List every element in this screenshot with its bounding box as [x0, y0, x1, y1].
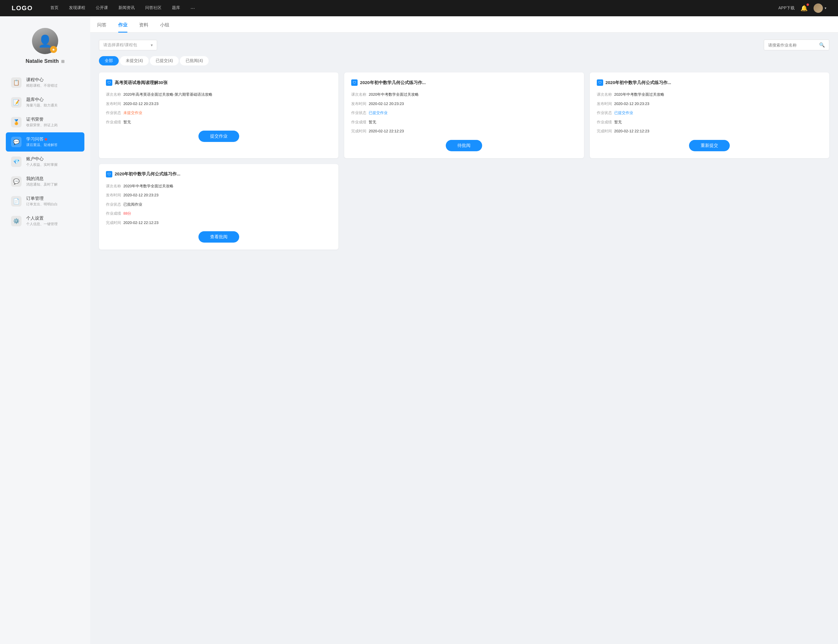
card-publish-time: 2020-02-12 20:23:23	[123, 101, 332, 107]
sidebar-label: 学习问答	[26, 136, 58, 142]
card-finish-time: 2020-02-12 22:12:23	[614, 128, 822, 134]
sidebar-item-course-center[interactable]: 📋 课程中心 精彩课程、不容错过	[6, 73, 84, 92]
card-label: 完成时间	[106, 220, 123, 226]
card-course-name-row: 课次名称 2020年高考英语全面过关攻略-第六期零基础语法攻略	[106, 92, 332, 97]
nav-open-course[interactable]: 公开课	[96, 5, 108, 12]
card-score-row: 作业成绩 暂无	[351, 119, 577, 125]
card-label: 课次名称	[106, 92, 123, 97]
card-label: 完成时间	[597, 128, 614, 134]
sidebar-label: 订单管理	[26, 196, 58, 201]
nav-more-icon[interactable]: ···	[191, 5, 195, 12]
sidebar-item-orders[interactable]: 📄 订单管理 订单支出、明明白白	[6, 192, 84, 211]
nav-home[interactable]: 首页	[50, 5, 59, 12]
notification-badge	[807, 3, 809, 6]
sidebar-sub: 精彩课程、不容错过	[26, 83, 58, 88]
card-score-row: 作业成绩 暂无	[106, 119, 332, 125]
nav-discover[interactable]: 发现课程	[69, 5, 85, 12]
course-center-icon: 📋	[11, 77, 21, 88]
shield-icon: 🛡	[351, 79, 358, 86]
shield-icon: 🛡	[106, 171, 112, 177]
nav-qa[interactable]: 问答社区	[145, 5, 161, 12]
card-status: 已提交作业	[369, 110, 577, 116]
nav-question-bank[interactable]: 题库	[172, 5, 180, 12]
sidebar-label: 个人设置	[26, 215, 58, 221]
tab-homework[interactable]: 作业	[118, 22, 127, 32]
edit-name-icon[interactable]: ⊞	[61, 59, 65, 64]
card-label: 发布时间	[597, 101, 614, 107]
card-score: 暂无	[123, 119, 332, 125]
status-btn-all[interactable]: 全部	[99, 56, 119, 66]
assignment-card-4: 🛡 2020年初中数学几何公式练习作... 课次名称 2020年中考数学全面过关…	[99, 164, 338, 250]
sidebar-label: 我的消息	[26, 176, 58, 181]
sidebar-item-certificate[interactable]: 🏅 证书荣誉 收获荣誉、持证上岗	[6, 113, 84, 132]
settings-icon: ⚙️	[11, 216, 21, 226]
study-qa-icon: 💬	[11, 137, 21, 147]
card-score-row: 作业成绩 暂无	[597, 119, 822, 125]
resubmit-button[interactable]: 重新提交	[689, 140, 730, 151]
card-status: 已提交作业	[614, 110, 822, 116]
nav-avatar	[813, 3, 823, 13]
search-input[interactable]	[768, 43, 819, 48]
sidebar-text: 我的消息 消息通知、及时了解	[26, 176, 58, 187]
sidebar-item-study-qa[interactable]: 💬 学习问答 课后重温、疑难解答	[6, 132, 84, 151]
status-btn-unsubmitted[interactable]: 未提交(4)	[120, 56, 149, 66]
card-title-row: 🛡 高考英语试卷阅读理解30张	[106, 79, 332, 86]
sidebar-label: 题库中心	[26, 97, 58, 102]
card-status-row: 作业状态 已提交作业	[597, 110, 822, 116]
view-review-button[interactable]: 查看批阅	[199, 231, 239, 243]
profile-section: 👤 ★ Natalie Smith ⊞	[6, 28, 84, 64]
card-label: 作业状态	[597, 110, 614, 116]
card-label: 作业成绩	[597, 119, 614, 125]
shield-icon: 🛡	[597, 79, 603, 86]
sidebar-item-settings[interactable]: ⚙️ 个人设置 个人信息、一键管理	[6, 212, 84, 231]
sidebar-label: 账户中心	[26, 156, 58, 162]
sidebar-label: 证书荣誉	[26, 117, 58, 122]
card-label: 课次名称	[351, 92, 369, 97]
sidebar-text: 题库中心 海量习题、助力通关	[26, 97, 58, 108]
notification-bell[interactable]: 🔔	[800, 5, 808, 12]
card-publish-row: 发布时间 2020-02-12 20:23:23	[106, 192, 332, 198]
sidebar-item-question-bank[interactable]: 📝 题库中心 海量习题、助力通关	[6, 93, 84, 112]
nav-news[interactable]: 新闻资讯	[118, 5, 135, 12]
sidebar-text: 订单管理 订单支出、明明白白	[26, 196, 58, 207]
sidebar-text: 证书荣誉 收获荣誉、持证上岗	[26, 117, 58, 128]
sidebar-sub: 海量习题、助力通关	[26, 103, 58, 108]
pending-review-button[interactable]: 待批阅	[446, 140, 482, 151]
filter-row: 请选择课程/课程包 ▾ 🔍	[99, 39, 829, 50]
card-btn-row: 重新提交	[597, 140, 822, 151]
tab-materials[interactable]: 资料	[139, 22, 148, 32]
card-publish-row: 发布时间 2020-02-12 20:23:23	[351, 101, 577, 107]
card-status-row: 作业状态 已批阅作业	[106, 202, 332, 207]
card-label: 课次名称	[597, 92, 614, 97]
logo: LOGO	[12, 4, 33, 12]
course-select-dropdown[interactable]: 请选择课程/课程包 ▾	[99, 40, 157, 50]
card-label: 作业成绩	[106, 210, 123, 217]
tab-group[interactable]: 小组	[160, 22, 169, 32]
tabs-row: 问答 作业 资料 小组	[90, 16, 838, 33]
sidebar-item-account[interactable]: 💎 账户中心 个人权益、实时掌握	[6, 152, 84, 171]
user-avatar-menu[interactable]: ▾	[813, 3, 826, 13]
card-course-name-row: 课次名称 2020年中考数学全面过关攻略	[597, 92, 822, 97]
card-status-row: 作业状态 已提交作业	[351, 110, 577, 116]
card-title-row: 🛡 2020年初中数学几何公式练习作...	[597, 79, 822, 86]
profile-name: Natalie Smith ⊞	[26, 58, 65, 64]
status-btn-reviewed[interactable]: 已批阅(4)	[180, 56, 209, 66]
card-label: 作业状态	[106, 202, 123, 207]
sidebar-sub: 个人信息、一键管理	[26, 222, 58, 227]
app-download-button[interactable]: APP下载	[778, 5, 795, 11]
search-icon: 🔍	[819, 42, 825, 48]
nav-links: 首页 发现课程 公开课 新闻资讯 问答社区 题库 ···	[50, 5, 778, 12]
tab-qa[interactable]: 问答	[97, 22, 107, 32]
sidebar-label: 课程中心	[26, 77, 58, 83]
sidebar-item-messages[interactable]: 💬 我的消息 消息通知、及时了解	[6, 172, 84, 191]
search-box: 🔍	[764, 39, 829, 50]
status-btn-submitted[interactable]: 已提交(4)	[150, 56, 179, 66]
filter-left: 请选择课程/课程包 ▾	[99, 40, 157, 50]
messages-icon: 💬	[11, 176, 21, 187]
card-btn-row: 提交作业	[106, 131, 332, 142]
card-score: 暂无	[614, 119, 822, 125]
card-status: 已批阅作业	[123, 202, 332, 207]
submit-homework-button[interactable]: 提交作业	[199, 131, 239, 142]
card-label: 发布时间	[351, 101, 369, 107]
card-finish-time: 2020-02-12 22:12:23	[369, 128, 577, 134]
